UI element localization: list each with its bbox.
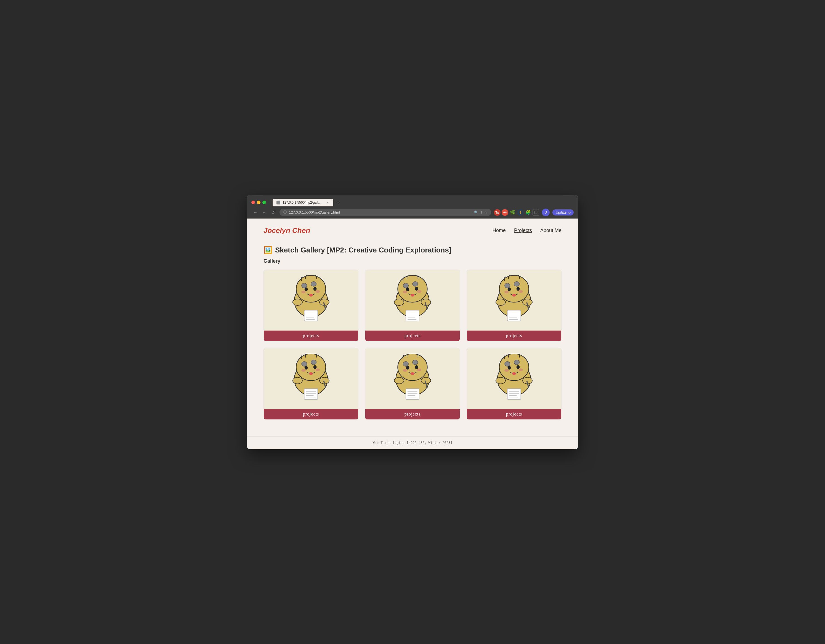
svg-point-89: [508, 366, 511, 369]
svg-point-22: [415, 287, 418, 290]
card-image-5: [365, 348, 460, 409]
svg-point-3: [311, 281, 316, 286]
page-content: Jocelyn Chen Home Projects About Me 🖼️ S…: [247, 219, 578, 449]
address-bar[interactable]: ⓘ 127.0.0.1:5500/mp2/gallery.html 🔍 ⬆ ☆: [280, 208, 491, 216]
svg-point-87: [505, 361, 510, 366]
extension-dollar[interactable]: $: [517, 209, 524, 216]
forward-button[interactable]: →: [260, 208, 268, 216]
chevron-down-icon: [568, 211, 571, 214]
close-button[interactable]: [251, 201, 255, 204]
share-icon[interactable]: ⬆: [480, 210, 483, 215]
nav-about[interactable]: About Me: [540, 228, 561, 233]
gallery-card-5[interactable]: projects: [365, 348, 460, 420]
svg-point-40: [504, 290, 509, 293]
gallery-card-2[interactable]: projects: [365, 270, 460, 341]
gallery-label: Gallery: [264, 258, 561, 264]
svg-point-18: [398, 275, 427, 302]
svg-point-70: [403, 361, 408, 366]
extension-puzzle[interactable]: 🧩: [525, 209, 531, 216]
svg-point-37: [514, 281, 519, 286]
reload-button[interactable]: ↺: [269, 208, 277, 216]
gallery-card-1[interactable]: projects: [264, 270, 358, 341]
browser-titlebar: 127.0.0.1:5500/mp2/gallery.ht... × +: [247, 195, 578, 206]
update-button[interactable]: Update: [552, 209, 574, 216]
site-header: Jocelyn Chen Home Projects About Me: [247, 219, 578, 240]
extension-tp[interactable]: Tp: [494, 209, 501, 216]
svg-point-94: [496, 377, 505, 383]
page-title: 🖼️ Sketch Gallery [MP2: Creative Coding …: [264, 246, 561, 255]
tab-close-icon[interactable]: ×: [325, 200, 329, 205]
cookie-character-svg-2: [391, 275, 434, 325]
svg-point-20: [412, 281, 418, 286]
lock-icon: ⓘ: [283, 210, 287, 215]
search-icon[interactable]: 🔍: [474, 210, 478, 215]
svg-point-38: [508, 287, 511, 291]
svg-point-4: [304, 287, 308, 291]
heading-emoji: 🖼️: [264, 246, 272, 255]
site-logo[interactable]: Jocelyn Chen: [264, 226, 310, 235]
url-text: 127.0.0.1:5500/mp2/gallery.html: [289, 210, 472, 215]
browser-chrome: 127.0.0.1:5500/mp2/gallery.ht... × + ← →…: [247, 195, 578, 219]
gallery-card-6[interactable]: projects: [467, 348, 561, 420]
svg-point-35: [499, 275, 529, 302]
fullscreen-button[interactable]: [263, 201, 266, 204]
card-label-4: projects: [264, 409, 358, 419]
cookie-character-svg-3: [492, 275, 536, 325]
extension-square[interactable]: □: [533, 209, 539, 216]
card-label-2: projects: [365, 330, 460, 341]
svg-point-93: [512, 372, 516, 375]
traffic-lights: [251, 201, 266, 204]
card-image-6: [467, 348, 561, 409]
card-image-4: [264, 348, 358, 409]
svg-point-74: [403, 369, 407, 372]
nav-home[interactable]: Home: [493, 228, 506, 233]
bookmark-icon[interactable]: ☆: [484, 210, 487, 215]
new-tab-button[interactable]: +: [334, 198, 342, 206]
extension-3[interactable]: 🌿: [509, 209, 516, 216]
svg-point-1: [296, 275, 326, 302]
svg-point-57: [301, 369, 306, 372]
extension-abp[interactable]: ABP: [502, 209, 508, 216]
card-label-1: projects: [264, 330, 358, 341]
svg-point-26: [394, 299, 404, 305]
profile-button[interactable]: J: [542, 208, 550, 216]
site-footer: Web Technologies [HCDE 438, Winter 2023]: [247, 436, 578, 449]
svg-point-90: [516, 365, 520, 369]
svg-point-75: [417, 368, 422, 371]
svg-point-43: [496, 299, 505, 305]
footer-text: Web Technologies [HCDE 438, Winter 2023]: [373, 441, 453, 445]
back-button[interactable]: ←: [251, 208, 259, 216]
svg-point-72: [406, 366, 409, 369]
active-tab[interactable]: 127.0.0.1:5500/mp2/gallery.ht... ×: [273, 199, 333, 206]
svg-point-53: [301, 361, 307, 366]
cookie-character-svg-1: [289, 275, 333, 325]
svg-point-41: [519, 290, 523, 293]
svg-point-54: [311, 360, 316, 365]
browser-window: 127.0.0.1:5500/mp2/gallery.ht... × + ← →…: [247, 195, 578, 449]
svg-point-88: [514, 360, 519, 365]
svg-point-77: [394, 377, 404, 383]
svg-point-8: [309, 294, 313, 297]
svg-point-19: [403, 283, 408, 288]
svg-point-92: [519, 368, 523, 371]
svg-point-36: [505, 283, 510, 288]
svg-point-23: [403, 290, 407, 293]
tab-favicon: [277, 201, 280, 204]
nav-buttons: ← → ↺: [251, 208, 277, 216]
svg-point-86: [499, 354, 529, 380]
svg-point-71: [412, 360, 418, 365]
site-nav: Home Projects About Me: [493, 228, 561, 233]
nav-projects[interactable]: Projects: [514, 228, 532, 233]
svg-point-7: [316, 290, 320, 293]
svg-point-21: [406, 287, 409, 291]
card-image-2: [365, 270, 460, 330]
svg-point-25: [411, 294, 414, 297]
svg-point-56: [314, 365, 317, 369]
card-label-6: projects: [467, 409, 561, 419]
tab-bar: 127.0.0.1:5500/mp2/gallery.ht... × +: [273, 198, 565, 206]
minimize-button[interactable]: [257, 201, 261, 204]
svg-point-24: [417, 290, 422, 293]
gallery-card-4[interactable]: projects: [264, 348, 358, 420]
gallery-card-3[interactable]: projects: [467, 270, 561, 341]
address-bar-icons: 🔍 ⬆ ☆: [474, 210, 487, 215]
